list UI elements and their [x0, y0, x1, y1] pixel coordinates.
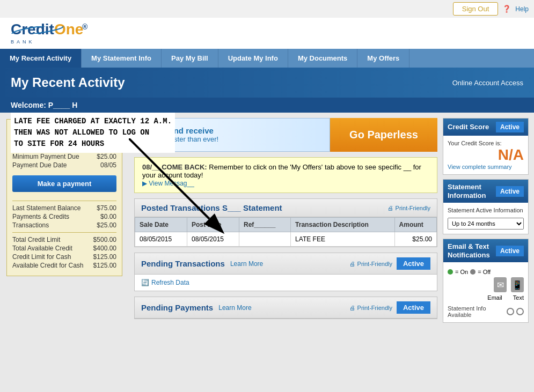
- col-ref: Ref______: [239, 218, 290, 232]
- credit-limit-cash-amount: $125.00: [93, 253, 116, 261]
- pending-payments-learn-more[interactable]: Learn More: [218, 304, 251, 312]
- refresh-icon: 🔄: [141, 279, 149, 286]
- due-date-value: 08/05: [100, 161, 116, 169]
- amount-cell: $25.00: [394, 232, 436, 247]
- svg-point-0: [12, 26, 64, 34]
- off-label: = Off: [478, 269, 491, 275]
- annotation-line1: LATE FEE CHARGED AT EXACTLY 12 A.M.: [14, 116, 172, 127]
- payments-credits-label: Payments & Credits: [12, 213, 69, 220]
- due-date-label: Payment Due Date: [12, 161, 67, 169]
- credit-score-active: Active: [496, 122, 524, 132]
- last-stmt-label: Last Statement Balance: [12, 204, 81, 212]
- col-amount: Amount: [394, 218, 436, 232]
- email-text-title: Email & Text Notifications: [448, 242, 496, 259]
- tab-offers[interactable]: My Offers: [357, 49, 409, 68]
- last-stmt-amount: $75.00: [97, 204, 116, 212]
- text-label: Text: [513, 294, 524, 301]
- credit-score-widget: Credit Score Active Your Credit Score is…: [443, 118, 529, 175]
- email-label: Email: [487, 294, 502, 301]
- logo-bank: BANK: [11, 39, 83, 45]
- tab-documents[interactable]: My Documents: [288, 49, 357, 68]
- tab-pay-bill[interactable]: Pay My Bill: [162, 49, 218, 68]
- printer-icon-pending: 🖨: [349, 261, 355, 267]
- print-friendly-pending[interactable]: 🖨 Print-Friendly: [349, 261, 392, 267]
- tab-recent-activity[interactable]: My Recent Activity: [0, 49, 82, 68]
- green-dot-icon: [448, 269, 453, 275]
- statement-info-desc: Statement Active Information: [448, 207, 524, 213]
- total-available-credit-amount: $400.00: [93, 245, 116, 252]
- statement-info-title: Statement Information: [448, 183, 496, 199]
- nav-tabs: My Recent Activity My Statement Info Pay…: [0, 49, 534, 68]
- description-cell: LATE FEE: [291, 232, 394, 247]
- gray-dot-icon: [470, 269, 476, 275]
- tab-statement-info[interactable]: My Statement Info: [82, 49, 162, 68]
- page-subtitle: Online Account Access: [452, 79, 523, 87]
- annotation-arrow: [129, 138, 236, 235]
- statement-info-active: Active: [496, 186, 524, 197]
- text-radio[interactable]: [516, 308, 524, 315]
- credit-score-title: Credit Score: [448, 123, 489, 131]
- credit-limit-cash-label: Credit Limit for Cash: [12, 253, 71, 261]
- pending-transactions-title: Pending Transactions: [141, 259, 225, 268]
- pending-transactions-section: Pending Transactions Learn More 🖨 Print-…: [134, 253, 437, 291]
- pending-payments-active-badge: Active: [397, 301, 430, 314]
- available-credit-cash-label: Available Credit for Cash: [12, 262, 84, 269]
- welcome-text: Welcome: P____ H: [11, 101, 77, 109]
- refresh-data-button[interactable]: 🔄 Refresh Data: [135, 275, 437, 291]
- pending-payments-section: Pending Payments Learn More 🖨 Print-Frie…: [134, 297, 437, 319]
- pending-transactions-learn-more[interactable]: Learn More: [230, 260, 263, 268]
- annotation-overlay: LATE FEE CHARGED AT EXACTLY 12 A.M. THEN…: [11, 113, 175, 153]
- statement-info-widget: Statement Information Active Statement A…: [443, 179, 529, 234]
- email-radio[interactable]: [507, 308, 514, 315]
- tab-update-info[interactable]: Update My Info: [218, 49, 288, 68]
- on-label: = On: [455, 269, 468, 275]
- printer-icon: 🖨: [387, 205, 393, 211]
- total-credit-limit-label: Total Credit Limit: [12, 236, 60, 243]
- print-friendly-posted[interactable]: 🖨 Print-Friendly: [387, 205, 430, 211]
- pending-payments-title: Pending Payments: [141, 303, 213, 312]
- ref-cell: [239, 232, 290, 247]
- email-text-active: Active: [496, 246, 524, 256]
- text-icon: 📱: [511, 277, 524, 292]
- total-credit-limit-amount: $500.00: [93, 236, 116, 243]
- page-title: My Recent Activity: [11, 75, 125, 90]
- go-paperless-button[interactable]: Go Paperless: [330, 118, 437, 152]
- annotation-line2: THEN WAS NOT ALLOWED TO LOG ON: [14, 127, 172, 138]
- sign-out-button[interactable]: Sign Out: [453, 2, 499, 16]
- credit-score-label: Your Credit Score is:: [448, 140, 524, 146]
- help-link[interactable]: Help: [515, 5, 529, 13]
- credit-score-value: N/A: [498, 146, 524, 164]
- min-payment-amount: $25.00: [97, 153, 116, 160]
- printer-icon-payments: 🖨: [349, 305, 355, 311]
- min-payment-label: Minimum Payment Due: [12, 153, 79, 160]
- email-icon: ✉: [494, 277, 507, 292]
- page-header: My Recent Activity Online Account Access: [0, 68, 534, 98]
- total-available-credit-label: Total Available Credit: [12, 245, 72, 252]
- question-icon: ❓: [502, 5, 511, 13]
- svg-line-2: [129, 138, 209, 219]
- stmt-info-available-label: Statement Info Available: [448, 305, 507, 318]
- welcome-bar: Welcome: P____ H: [0, 98, 534, 113]
- view-credit-summary-link[interactable]: View complete summary: [448, 164, 524, 170]
- transactions-amount: $25.00: [97, 221, 116, 229]
- available-credit-cash-amount: $125.00: [93, 262, 116, 269]
- payments-credits-amount: $0.00: [100, 213, 116, 220]
- email-text-widget: Email & Text Notifications Active = On =…: [443, 239, 529, 323]
- make-payment-button[interactable]: Make a payment: [12, 175, 116, 192]
- pending-active-badge: Active: [397, 257, 430, 270]
- transactions-label: Transactions: [12, 221, 49, 229]
- print-friendly-payments[interactable]: 🖨 Print-Friendly: [349, 305, 392, 311]
- right-sidebar: Credit Score Active Your Credit Score is…: [443, 113, 534, 332]
- col-description: Transaction Description: [291, 218, 394, 232]
- statement-months-select[interactable]: Up to 24 months Up to 12 months Up to 6 …: [448, 218, 524, 230]
